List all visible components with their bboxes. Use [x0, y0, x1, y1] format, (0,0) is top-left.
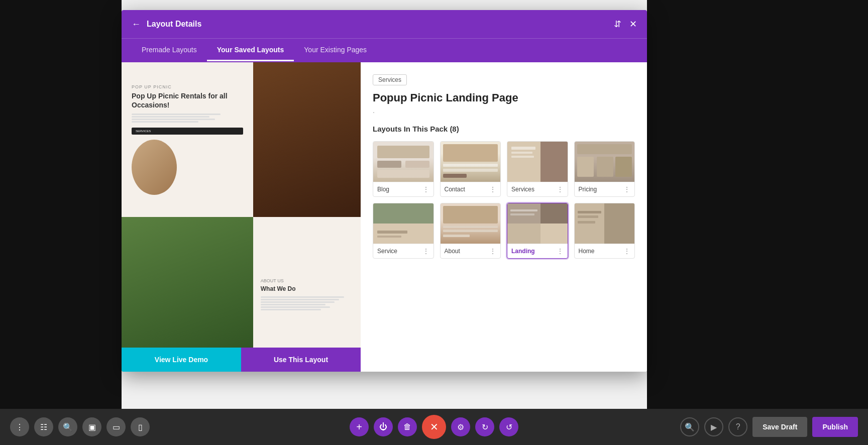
- swap-icon[interactable]: ⇵: [614, 19, 621, 30]
- close-center-button[interactable]: ✕: [422, 415, 446, 439]
- share-button[interactable]: ▶: [704, 417, 723, 436]
- header-icons: ⇵ ✕: [614, 19, 637, 30]
- search-tool-button[interactable]: 🔍: [58, 417, 77, 436]
- toolbar-right: 🔍 ▶ ? Save Draft Publish: [680, 417, 858, 437]
- bottom-toolbar: ⋮ ☷ 🔍 ▣ ▭ ▯ + ⏻ 🗑 ✕ ⚙ ↻ ↺ 🔍 ▶ ? Save Dra…: [0, 409, 868, 445]
- layout-title: Popup Picnic Landing Page: [373, 91, 635, 104]
- card-menu-blog[interactable]: ⋮: [422, 185, 429, 193]
- card-thumb-service: [373, 203, 433, 244]
- preview-image: POP UP PICNIC Pop Up Picnic Rentals for …: [122, 62, 361, 372]
- card-footer-blog: Blog ⋮: [373, 182, 433, 196]
- pack-label: Layouts In This Pack (8): [373, 125, 635, 133]
- card-menu-pricing[interactable]: ⋮: [623, 185, 630, 193]
- preview-top: POP UP PICNIC Pop Up Picnic Rentals for …: [122, 62, 361, 217]
- preview-btn: SERVICES: [132, 128, 243, 135]
- layout-card-landing[interactable]: Landing ⋮: [507, 203, 568, 259]
- preview-photo-1: [253, 62, 361, 217]
- toolbar-left: ⋮ ☷ 🔍 ▣ ▭ ▯: [10, 417, 150, 436]
- power-button[interactable]: ⏻: [374, 417, 393, 436]
- layouts-grid: Blog ⋮ Contact: [373, 141, 635, 259]
- modal-title: Layout Details: [147, 20, 201, 29]
- tab-existing[interactable]: Your Existing Pages: [294, 40, 377, 61]
- use-layout-button[interactable]: Use This Layout: [241, 348, 361, 372]
- tablet-tool-button[interactable]: ▭: [106, 417, 126, 436]
- add-button[interactable]: +: [350, 417, 369, 436]
- card-footer-home: Home ⋮: [575, 244, 635, 258]
- preview-panel: POP UP PICNIC Pop Up Picnic Rentals for …: [122, 62, 361, 372]
- info-panel: Services Popup Picnic Landing Page . Lay…: [361, 62, 647, 372]
- card-thumb-blog: [373, 142, 433, 182]
- three-dots-tool-button[interactable]: ⋮: [10, 417, 29, 436]
- card-name-service: Service: [377, 248, 397, 255]
- card-name-services: Services: [511, 186, 534, 193]
- layout-subtitle: .: [373, 106, 635, 115]
- layout-card-services[interactable]: Services ⋮: [507, 141, 568, 197]
- card-thumb-services: [507, 142, 568, 182]
- trash-button[interactable]: 🗑: [398, 417, 417, 436]
- preview-body-lines: [132, 114, 243, 123]
- card-name-blog: Blog: [377, 186, 389, 193]
- card-footer-contact: Contact ⋮: [441, 182, 501, 196]
- layout-card-about[interactable]: About ⋮: [440, 203, 501, 259]
- publish-button[interactable]: Publish: [812, 417, 858, 437]
- preview-main-title: Pop Up Picnic Rentals for all Occasions!: [132, 91, 243, 109]
- card-name-about: About: [445, 248, 460, 255]
- card-footer-about: About ⋮: [441, 244, 501, 258]
- card-name-home: Home: [579, 248, 595, 255]
- card-footer-landing: Landing ⋮: [507, 244, 568, 258]
- category-badge: Services: [373, 74, 407, 85]
- header-left: ← Layout Details: [132, 19, 201, 30]
- preview-what-we-do: What We Do: [261, 285, 353, 292]
- card-thumb-pricing: [575, 142, 635, 182]
- tab-saved[interactable]: Your Saved Layouts: [207, 40, 294, 61]
- card-name-pricing: Pricing: [579, 186, 597, 193]
- card-thumb-contact: [441, 142, 501, 182]
- card-thumb-home: [575, 203, 635, 244]
- layout-card-contact[interactable]: Contact ⋮: [440, 141, 501, 197]
- layout-card-pricing[interactable]: Pricing ⋮: [574, 141, 635, 197]
- back-icon[interactable]: ←: [132, 19, 141, 30]
- layout-card-service[interactable]: Service ⋮: [373, 203, 434, 259]
- help-button[interactable]: ?: [728, 417, 747, 436]
- card-menu-about[interactable]: ⋮: [489, 247, 496, 255]
- redo-button[interactable]: ↺: [499, 417, 518, 436]
- card-menu-home[interactable]: ⋮: [623, 247, 630, 255]
- settings-button[interactable]: ⚙: [451, 417, 470, 436]
- preview-small-title: POP UP PICNIC: [132, 84, 243, 89]
- close-modal-icon[interactable]: ✕: [629, 19, 637, 30]
- preview-left-col: POP UP PICNIC Pop Up Picnic Rentals for …: [122, 62, 253, 217]
- card-footer-service: Service ⋮: [373, 244, 433, 258]
- card-menu-landing[interactable]: ⋮: [557, 247, 564, 255]
- card-thumb-about: [441, 203, 501, 244]
- card-thumb-landing: [507, 203, 568, 244]
- card-footer-pricing: Pricing ⋮: [575, 182, 635, 196]
- preview-about-label: ABOUT US: [261, 278, 353, 283]
- preview-right-col: [253, 62, 361, 217]
- layout-card-blog[interactable]: Blog ⋮: [373, 141, 434, 197]
- desktop-tool-button[interactable]: ▣: [82, 417, 101, 436]
- card-menu-service[interactable]: ⋮: [422, 247, 429, 255]
- modal-header: ← Layout Details ⇵ ✕: [122, 10, 647, 38]
- card-name-contact: Contact: [445, 186, 465, 193]
- undo-button[interactable]: ↻: [475, 417, 494, 436]
- card-name-landing: Landing: [511, 248, 535, 255]
- save-draft-button[interactable]: Save Draft: [752, 417, 807, 437]
- card-footer-services: Services ⋮: [507, 182, 568, 196]
- tabs-bar: Premade Layouts Your Saved Layouts Your …: [122, 38, 647, 62]
- grid-tool-button[interactable]: ☷: [34, 417, 53, 436]
- search-circle-button[interactable]: 🔍: [680, 417, 699, 436]
- modal-body: POP UP PICNIC Pop Up Picnic Rentals for …: [122, 62, 647, 372]
- preview-oval-image: [132, 140, 177, 195]
- cta-buttons: View Live Demo Use This Layout: [122, 348, 361, 372]
- card-menu-services[interactable]: ⋮: [557, 185, 564, 193]
- tab-premade[interactable]: Premade Layouts: [132, 40, 207, 61]
- view-demo-button[interactable]: View Live Demo: [122, 348, 241, 372]
- card-menu-contact[interactable]: ⋮: [489, 185, 496, 193]
- layout-card-home[interactable]: Home ⋮: [574, 203, 635, 259]
- toolbar-center: + ⏻ 🗑 ✕ ⚙ ↻ ↺: [350, 415, 518, 439]
- preview-about-lines: [261, 296, 353, 310]
- layout-details-modal: ← Layout Details ⇵ ✕ Premade Layouts You…: [122, 10, 647, 372]
- mobile-tool-button[interactable]: ▯: [131, 417, 150, 436]
